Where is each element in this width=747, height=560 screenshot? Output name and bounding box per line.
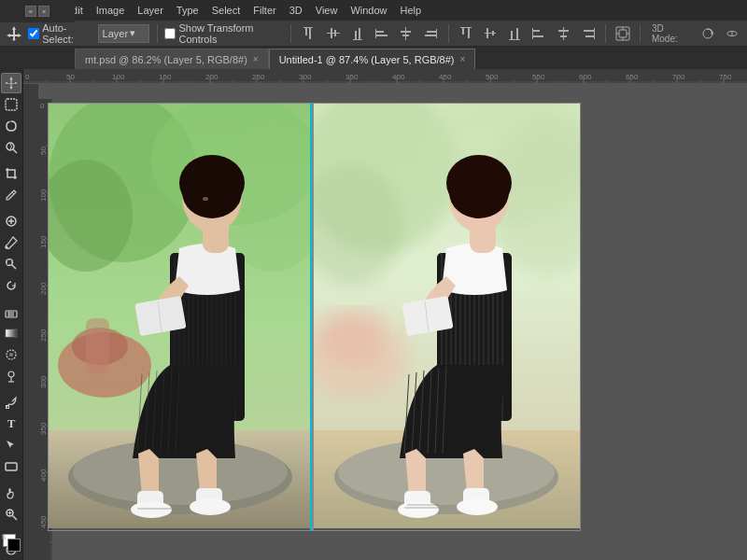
menu-window[interactable]: Window: [345, 3, 392, 18]
pen-tool[interactable]: [1, 392, 21, 413]
align-vertical-centers[interactable]: [323, 23, 342, 44]
svg-point-189: [182, 166, 242, 218]
transform-controls-option[interactable]: Show Transform Controls: [164, 22, 283, 45]
brush-tool[interactable]: [1, 232, 21, 253]
svg-rect-14: [401, 31, 411, 33]
svg-rect-79: [23, 69, 747, 83]
align-bottom-edges[interactable]: [348, 23, 367, 44]
distribute-bottom[interactable]: [505, 23, 524, 44]
menu-image[interactable]: Image: [91, 3, 131, 18]
move-tool[interactable]: [1, 73, 21, 93]
auto-align-layers[interactable]: [613, 23, 632, 44]
svg-rect-70: [6, 463, 17, 470]
menu-view[interactable]: View: [310, 3, 344, 18]
svg-text:600: 600: [579, 73, 592, 81]
svg-rect-7: [353, 39, 362, 40]
svg-text:250: 250: [39, 329, 48, 342]
distribute-top[interactable]: [457, 23, 475, 44]
zoom-tool[interactable]: [1, 504, 21, 525]
svg-text:450: 450: [439, 73, 452, 81]
history-brush-tool[interactable]: [1, 275, 21, 296]
svg-rect-8: [355, 31, 357, 39]
align-left-edges[interactable]: [373, 23, 391, 44]
svg-text:650: 650: [626, 73, 639, 81]
3d-mode-label: 3D Mode:: [648, 23, 693, 44]
panels-expand-btn[interactable]: ×: [38, 6, 49, 17]
svg-marker-46: [5, 77, 18, 90]
lasso-tool[interactable]: [1, 116, 21, 136]
svg-rect-17: [427, 31, 436, 33]
canvas-split-line: [310, 103, 312, 531]
tab-mt-psd[interactable]: mt.psd @ 86.2% (Layer 5, RGB/8#) ×: [75, 49, 269, 69]
options-divider-5: [640, 24, 641, 43]
svg-text:750: 750: [719, 73, 732, 81]
menu-filter[interactable]: Filter: [247, 3, 281, 18]
svg-rect-21: [468, 28, 470, 38]
spot-heal-tool[interactable]: [1, 211, 21, 231]
svg-rect-32: [558, 30, 569, 32]
eyedropper-tool[interactable]: [1, 185, 21, 205]
transform-checkbox[interactable]: [164, 28, 176, 39]
distribute-right[interactable]: [579, 23, 598, 44]
menu-layer[interactable]: Layer: [132, 3, 169, 18]
panels-collapse-btn[interactable]: «: [25, 6, 36, 17]
svg-rect-20: [462, 28, 464, 35]
svg-line-49: [13, 149, 17, 153]
layer-dropdown[interactable]: Layer ▾: [98, 24, 149, 43]
3d-rotate[interactable]: [698, 23, 716, 44]
distribute-vertical-centers[interactable]: [481, 23, 500, 44]
svg-text:350: 350: [345, 73, 359, 81]
align-horizontal-centers[interactable]: [397, 23, 416, 44]
svg-rect-2: [305, 28, 307, 35]
svg-point-191: [203, 197, 208, 201]
blur-tool[interactable]: [1, 344, 21, 365]
menu-type[interactable]: Type: [171, 3, 204, 18]
eraser-tool[interactable]: [1, 301, 21, 322]
quick-select-tool[interactable]: [1, 137, 21, 158]
3d-roll[interactable]: [723, 23, 741, 44]
svg-text:700: 700: [672, 73, 685, 81]
distribute-left[interactable]: [529, 23, 548, 44]
hand-tool[interactable]: [1, 483, 21, 503]
options-divider-4: [605, 24, 606, 43]
clone-tool[interactable]: [1, 254, 21, 274]
type-tool[interactable]: T: [1, 413, 21, 434]
tab-untitled-close[interactable]: ×: [460, 54, 466, 64]
svg-rect-15: [402, 35, 409, 36]
svg-rect-23: [486, 28, 488, 38]
autoselect-option[interactable]: Auto-Select:: [28, 22, 92, 45]
crop-tool[interactable]: [1, 163, 21, 184]
menu-select[interactable]: Select: [206, 3, 247, 18]
options-divider-3: [448, 24, 449, 43]
align-top-edges[interactable]: [299, 23, 317, 44]
path-select-tool[interactable]: [1, 435, 21, 455]
top-ruler-svg: 0 50 100 150 200 250 300 350 400 450: [23, 69, 747, 83]
svg-rect-167: [86, 318, 109, 374]
svg-rect-1: [303, 27, 313, 28]
photo-panel-edited: [313, 103, 581, 531]
gradient-tool[interactable]: [1, 323, 21, 343]
svg-line-50: [12, 192, 14, 194]
dodge-tool[interactable]: [1, 366, 21, 386]
svg-point-233: [449, 166, 509, 218]
svg-text:100: 100: [112, 73, 125, 81]
svg-rect-3: [309, 28, 311, 39]
canvas-area[interactable]: 0 50 100 150 200 250 300 350 400: [38, 84, 747, 560]
svg-rect-28: [532, 28, 533, 39]
tab-untitled[interactable]: Untitled-1 @ 87.4% (Layer 5, RGB/8#) ×: [269, 49, 476, 69]
svg-point-202: [131, 501, 172, 518]
menu-3d[interactable]: 3D: [284, 3, 308, 18]
svg-text:50: 50: [39, 147, 48, 155]
shape-tool[interactable]: [1, 456, 21, 477]
marquee-tool[interactable]: [1, 94, 21, 115]
options-bar: Auto-Select: Layer ▾ Show Transform Cont…: [0, 21, 747, 47]
distribute-horizontal-centers[interactable]: [554, 23, 572, 44]
svg-text:0: 0: [40, 102, 45, 110]
svg-point-211: [318, 311, 384, 363]
tab-mt-psd-close[interactable]: ×: [253, 54, 259, 64]
svg-rect-33: [560, 35, 567, 37]
svg-rect-11: [376, 31, 384, 33]
autoselect-checkbox[interactable]: [28, 28, 39, 39]
align-right-edges[interactable]: [421, 23, 440, 44]
menu-help[interactable]: Help: [395, 3, 428, 18]
